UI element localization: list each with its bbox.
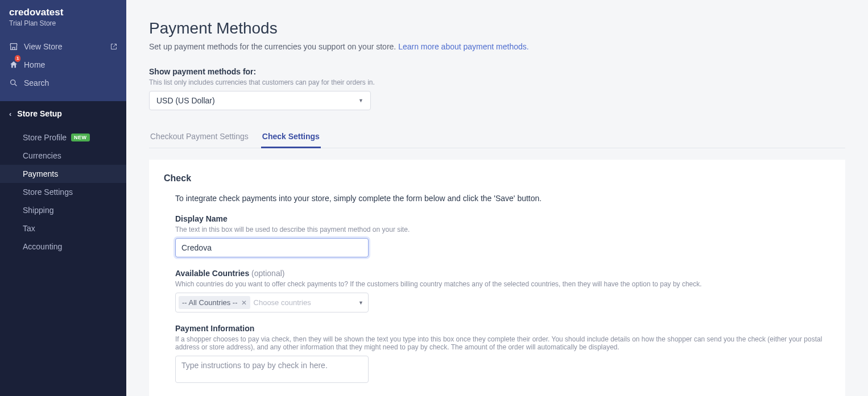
store-plan: Trial Plan Store — [9, 19, 117, 27]
sidebar-header: credovatest Trial Plan Store View Store … — [0, 0, 126, 101]
page-subtitle-text: Set up payment methods for the currencie… — [149, 42, 398, 51]
currency-select[interactable]: USD (US Dollar) ▼ — [149, 91, 371, 110]
display-name-input[interactable] — [175, 238, 369, 257]
page-title: Payment Methods — [149, 19, 845, 37]
svg-point-0 — [11, 80, 15, 85]
card-title: Check — [164, 173, 830, 184]
sidebar-link-home[interactable]: 1 Home — [9, 56, 117, 74]
field-label-text: Available Countries — [175, 269, 249, 278]
payment-info-textarea[interactable] — [175, 356, 369, 383]
tab-label: Check Settings — [262, 132, 320, 141]
field-payment-information: Payment Information If a shopper chooses… — [175, 324, 830, 385]
sidebar-top-links: View Store 1 Home Search — [9, 37, 117, 92]
field-help: The text in this box will be used to des… — [175, 226, 830, 234]
sidebar-item-label: Payments — [23, 169, 58, 178]
sidebar-item-label: Tax — [23, 224, 35, 233]
sidebar-item-label: Store Profile — [23, 133, 67, 142]
currency-filter: Show payment methods for: This list only… — [149, 67, 845, 110]
learn-more-link[interactable]: Learn more about payment methods. — [398, 42, 529, 51]
sidebar: credovatest Trial Plan Store View Store … — [0, 0, 126, 396]
countries-placeholder: Choose countries — [254, 298, 356, 307]
section-title: Store Setup — [17, 109, 62, 118]
new-badge: NEW — [71, 134, 90, 141]
search-icon — [9, 78, 18, 87]
sidebar-item-tax[interactable]: Tax — [0, 219, 126, 237]
sidebar-link-search[interactable]: Search — [9, 74, 117, 92]
sidebar-item-label: Currencies — [23, 151, 61, 160]
main-content: Payment Methods Set up payment methods f… — [126, 0, 868, 396]
sidebar-item-shipping[interactable]: Shipping — [0, 201, 126, 219]
country-chip: -- All Countries -- ✕ — [179, 296, 250, 309]
chevron-down-icon: ▼ — [358, 98, 363, 103]
tab-check-settings[interactable]: Check Settings — [261, 126, 321, 148]
field-help: Which countries do you want to offer che… — [175, 280, 830, 288]
sidebar-link-view-store[interactable]: View Store — [9, 37, 117, 56]
sidebar-item-accounting[interactable]: Accounting — [0, 237, 126, 256]
notification-badge: 1 — [15, 55, 20, 62]
storefront-icon — [9, 42, 18, 51]
sidebar-item-payments[interactable]: Payments — [0, 165, 126, 183]
filter-help: This list only includes currencies that … — [149, 78, 845, 86]
sidebar-link-label: Search — [24, 78, 49, 87]
field-available-countries: Available Countries (optional) Which cou… — [175, 269, 830, 312]
field-label: Available Countries (optional) — [175, 269, 830, 278]
card-intro: To integrate check payments into your st… — [175, 194, 830, 203]
currency-select-value: USD (US Dollar) — [156, 96, 215, 105]
field-label: Payment Information — [175, 324, 830, 333]
field-label: Display Name — [175, 214, 830, 223]
external-link-icon — [110, 43, 117, 50]
sidebar-link-label: Home — [24, 60, 45, 69]
field-help: If a shopper chooses to pay via check, t… — [175, 335, 830, 351]
chevron-down-icon: ▼ — [358, 300, 363, 306]
sidebar-item-label: Store Settings — [23, 187, 73, 197]
chevron-left-icon: ‹ — [9, 110, 11, 118]
sidebar-item-currencies[interactable]: Currencies — [0, 147, 126, 165]
sidebar-item-label: Shipping — [23, 206, 54, 215]
countries-multiselect[interactable]: -- All Countries -- ✕ Choose countries ▼ — [175, 293, 369, 312]
sidebar-item-store-settings[interactable]: Store Settings — [0, 183, 126, 201]
tab-label: Checkout Payment Settings — [150, 132, 249, 141]
chip-remove-icon[interactable]: ✕ — [241, 299, 247, 307]
chip-label: -- All Countries -- — [182, 298, 238, 307]
store-name: credovatest — [9, 7, 117, 18]
tabs: Checkout Payment Settings Check Settings — [149, 126, 845, 148]
page-subtitle: Set up payment methods for the currencie… — [149, 42, 845, 51]
sidebar-sub-items: Store Profile NEW Currencies Payments St… — [0, 126, 126, 267]
field-display-name: Display Name The text in this box will b… — [175, 214, 830, 257]
sidebar-item-label: Accounting — [23, 242, 62, 251]
check-settings-card: Check To integrate check payments into y… — [149, 160, 845, 396]
filter-label: Show payment methods for: — [149, 67, 845, 76]
sidebar-item-store-profile[interactable]: Store Profile NEW — [0, 128, 126, 147]
sidebar-link-label: View Store — [24, 42, 62, 51]
field-optional: (optional) — [251, 269, 284, 278]
tab-checkout-payment-settings[interactable]: Checkout Payment Settings — [149, 126, 250, 148]
sidebar-section-header[interactable]: ‹ Store Setup — [0, 101, 126, 126]
